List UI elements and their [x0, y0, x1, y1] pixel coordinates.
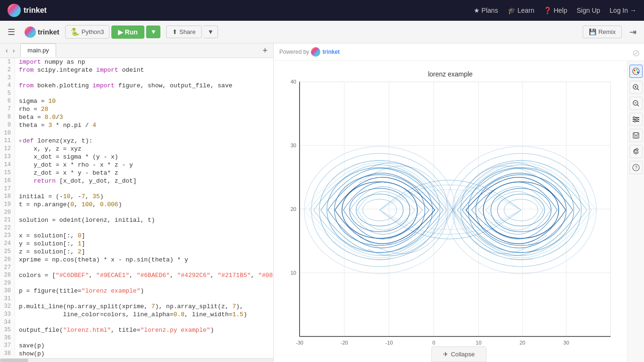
bokeh-plot: lorenz example [274, 61, 627, 362]
star-icon: ★ [474, 7, 480, 14]
block-button[interactable]: ⊘ [632, 47, 640, 59]
editor-toolbar: ☰ trinket 🐍 Python3 ▶ Run ▼ ⬆ Share ▼ 💾 … [0, 21, 644, 43]
settings-tool[interactable] [629, 113, 643, 126]
logo-text: trinket [24, 6, 47, 15]
zoom-out-tool[interactable] [629, 97, 643, 110]
line-number: 8 [0, 113, 15, 121]
code-line-content: from scipy.integrate import odeint [15, 66, 273, 74]
line-number: 13 [0, 153, 15, 161]
trinket-logo[interactable]: trinket [8, 4, 47, 17]
run-button[interactable]: ▶ Run [111, 25, 144, 39]
code-line-content: z = solution[:, 2] [15, 248, 273, 256]
zoom-in-tool[interactable] [629, 81, 643, 94]
line-number: 9 [0, 121, 15, 129]
save-tool[interactable] [629, 129, 643, 142]
color-palette-tool[interactable] [629, 65, 643, 78]
svg-rect-59 [634, 133, 638, 135]
editor-panel: ‹ › main.py + 1import numpy as np2from s… [0, 43, 274, 362]
refresh-tool[interactable] [629, 145, 643, 158]
tab-prev-button[interactable]: ‹ [4, 46, 10, 55]
add-file-button[interactable]: + [259, 44, 271, 58]
svg-point-40 [633, 68, 639, 75]
svg-text:-30: -30 [296, 340, 303, 345]
svg-line-46 [637, 88, 639, 90]
line-number: 32 [0, 303, 15, 311]
svg-point-55 [633, 117, 635, 118]
collapse-icon: ✈ [443, 351, 448, 358]
learn-label: Learn [518, 7, 535, 14]
toolbar-logo-circle-icon [25, 26, 36, 38]
plot-svg: lorenz example [274, 61, 627, 362]
code-line-content: x_dot = sigma * (y - x) [15, 153, 273, 161]
svg-text:10: 10 [291, 270, 296, 276]
python-version-button[interactable]: 🐍 Python3 [65, 25, 109, 39]
code-line-content: line_color=colors, line_alpha=0.8, line_… [15, 311, 273, 319]
code-line-content [15, 319, 273, 326]
code-line-content: rho = 28 [15, 105, 273, 113]
svg-text:20: 20 [519, 340, 525, 345]
svg-point-43 [637, 72, 638, 73]
toolbar-logo: trinket [25, 26, 59, 38]
scrollbar-thumb [0, 359, 28, 362]
line-number: 21 [0, 216, 15, 224]
tab-nav-arrows: ‹ › [2, 44, 18, 57]
share-dropdown-button[interactable]: ▼ [204, 25, 218, 38]
collapse-label: Collapse [451, 351, 475, 358]
chart-container: lorenz example [274, 61, 644, 362]
line-number: 3 [0, 74, 15, 82]
svg-line-50 [637, 104, 639, 106]
svg-point-56 [636, 118, 638, 120]
toolbar-login-button[interactable]: ⇥ [626, 25, 640, 39]
line-number: 7 [0, 105, 15, 113]
python-label: Python3 [82, 28, 104, 35]
svg-point-42 [636, 69, 637, 71]
run-play-icon: ▶ [118, 28, 123, 36]
line-number: 1 [0, 58, 15, 66]
code-table: 1import numpy as np2from scipy.integrate… [0, 58, 273, 358]
help-tool[interactable]: ? [629, 161, 643, 174]
help-link[interactable]: ❓ Help [544, 7, 567, 14]
remix-label: Remix [598, 28, 616, 35]
hamburger-menu-button[interactable]: ☰ [4, 25, 19, 39]
line-number: 23 [0, 232, 15, 240]
top-navigation: trinket ★ Plans 🎓 Learn ❓ Help Sign Up L… [0, 0, 644, 21]
collapse-button[interactable]: ✈ Collapse [431, 346, 487, 362]
code-line-content: return [x_dot, y_dot, z_dot] [15, 177, 273, 185]
line-number: 2 [0, 66, 15, 74]
code-scrollbar[interactable] [0, 358, 273, 362]
run-dropdown-button[interactable]: ▼ [146, 25, 160, 38]
code-editor-area[interactable]: 1import numpy as np2from scipy.integrate… [0, 58, 273, 358]
line-number: 22 [0, 224, 15, 232]
line-number: 10 [0, 129, 15, 137]
plans-link[interactable]: ★ Plans [474, 7, 498, 14]
line-number: 25 [0, 248, 15, 256]
preview-panel: Powered by trinket ⊘ lorenz example [274, 43, 644, 362]
remix-button[interactable]: 💾 Remix [583, 25, 622, 38]
share-button[interactable]: ⬆ Share [166, 25, 202, 38]
code-line-content: solution = odeint(lorenz, initial, t) [15, 216, 273, 224]
add-file-icon: + [262, 46, 268, 55]
code-line-content [15, 279, 273, 287]
signup-link[interactable]: Sign Up [577, 7, 600, 14]
svg-point-44 [634, 72, 636, 74]
main-file-tab[interactable]: main.py [20, 43, 56, 58]
line-number: 38 [0, 350, 15, 358]
code-line-content: output_file("lorenz.html", title="lorenz… [15, 326, 273, 334]
line-number: 15 [0, 169, 15, 177]
line-number: 17 [0, 185, 15, 193]
python-icon: 🐍 [70, 27, 80, 36]
code-line-content: import numpy as np [15, 58, 273, 66]
powered-by-text: Powered by [279, 49, 309, 55]
main-file-tab-label: main.py [27, 47, 49, 54]
line-number: 34 [0, 319, 15, 326]
tab-next-button[interactable]: › [11, 46, 17, 55]
svg-text:30: 30 [563, 340, 569, 345]
login-link[interactable]: Log In → [610, 7, 636, 14]
code-line-content: theta = 3 * np.pi / 4 [15, 121, 273, 129]
help-circle-icon: ❓ [544, 7, 552, 14]
code-line-content: t = np.arange(0, 100, 0.006) [15, 201, 273, 209]
svg-text:10: 10 [476, 340, 481, 345]
code-line-content: xprime = np.cos(theta) * x - np.sin(thet… [15, 256, 273, 264]
svg-text:30: 30 [291, 143, 296, 148]
learn-link[interactable]: 🎓 Learn [508, 7, 535, 14]
